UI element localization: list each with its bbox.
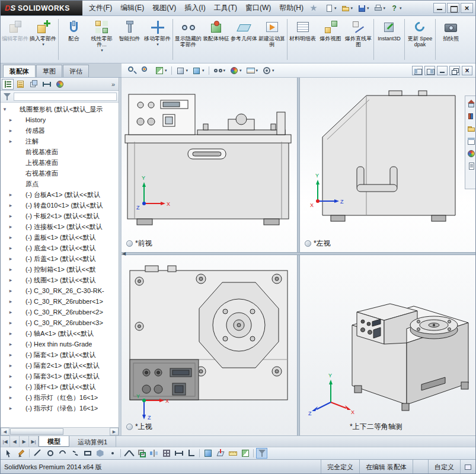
scrollbar-thumb[interactable] bbox=[10, 428, 63, 435]
expand-arrow-icon[interactable] bbox=[8, 383, 14, 390]
view-tool-button[interactable] bbox=[245, 65, 260, 77]
tree-item[interactable]: 注解 bbox=[1, 136, 119, 147]
appearances-icon[interactable] bbox=[467, 149, 476, 158]
tree-item[interactable]: (-) 连接板<1> (默认<<默认 bbox=[1, 221, 119, 232]
command-button[interactable]: 参考几何体 bbox=[230, 17, 258, 62]
menu-item[interactable]: 文件(F) bbox=[85, 1, 116, 15]
sketch-tool-button[interactable] bbox=[15, 448, 27, 459]
sketch-tool-button[interactable] bbox=[227, 448, 238, 459]
minimize-button[interactable] bbox=[433, 3, 446, 13]
tree-horizontal-scrollbar[interactable]: ◀ ▶ bbox=[1, 427, 119, 435]
quick-access-button[interactable] bbox=[340, 2, 354, 14]
expand-arrow-icon[interactable] bbox=[8, 276, 14, 284]
sketch-tool-button[interactable] bbox=[256, 448, 267, 459]
tree-item[interactable]: 线圈整形机 (默认<默认_显示 bbox=[1, 104, 119, 114]
sketch-tool-button[interactable] bbox=[215, 448, 226, 459]
tree-item[interactable]: (-) 线圈<1> (默认<<默认 bbox=[1, 275, 119, 285]
view-tool-button[interactable] bbox=[140, 65, 152, 77]
sketch-tool-button[interactable] bbox=[186, 448, 197, 459]
view-tool-button[interactable] bbox=[175, 65, 190, 77]
scroll-left-button[interactable]: ◀ bbox=[1, 428, 9, 435]
view-palette-icon[interactable] bbox=[467, 136, 476, 146]
maximize-button[interactable] bbox=[447, 3, 459, 13]
expand-arrow-icon[interactable] bbox=[8, 308, 14, 316]
tree-item[interactable]: 前视基准面 bbox=[1, 147, 119, 157]
expand-arrow-icon[interactable] bbox=[8, 319, 14, 326]
expand-arrow-icon[interactable] bbox=[8, 159, 14, 166]
tree-item[interactable]: (-) C_30_RK_26_C-30-RK- bbox=[1, 285, 119, 296]
expand-arrow-icon[interactable] bbox=[8, 138, 14, 145]
sketch-tool-button[interactable] bbox=[94, 448, 106, 459]
command-button[interactable]: 材料明细表 bbox=[289, 17, 317, 62]
front-view-quadrant[interactable]: Y X Z *前视 bbox=[122, 78, 297, 252]
sketch-tool-button[interactable] bbox=[57, 448, 68, 459]
sketch-tool-button[interactable] bbox=[202, 448, 213, 459]
tree-item[interactable]: (-) 台板A<1> (默认<<默认 bbox=[1, 189, 119, 200]
tree-item[interactable]: (-) C_30_RK_26rubber<3> bbox=[1, 317, 119, 328]
vertical-splitter[interactable] bbox=[297, 78, 300, 435]
tab-nav-first-button[interactable] bbox=[1, 436, 10, 447]
ribbon-tab[interactable]: 草图 bbox=[36, 65, 62, 77]
file-explorer-icon[interactable] bbox=[467, 124, 476, 133]
expand-arrow-icon[interactable] bbox=[8, 255, 14, 262]
tree-item[interactable]: (-) 底盒<1> (默认<<默认 bbox=[1, 243, 119, 253]
view-tool-button[interactable] bbox=[228, 65, 243, 77]
expand-arrow-icon[interactable] bbox=[8, 351, 14, 358]
status-corner-button[interactable] bbox=[460, 460, 475, 474]
isometric-view-quadrant[interactable]: Y X Z *上下二等角轴测 bbox=[300, 255, 476, 435]
command-button[interactable]: 移动零部件 bbox=[143, 17, 171, 62]
panel-tab[interactable] bbox=[28, 79, 40, 90]
view-tool-button[interactable] bbox=[126, 65, 138, 77]
ribbon-tab[interactable]: 装配体 bbox=[3, 65, 36, 77]
menu-item[interactable]: 工具(T) bbox=[210, 1, 241, 15]
tree-item[interactable]: (-) 轴A<1> (默认<<默认 bbox=[1, 328, 119, 339]
left-view-quadrant[interactable]: Y Z X *左视 bbox=[300, 78, 476, 252]
tree-item[interactable]: History bbox=[1, 114, 119, 125]
expand-arrow-icon[interactable] bbox=[8, 341, 14, 348]
pane-left-button[interactable] bbox=[412, 66, 423, 75]
design-library-icon[interactable] bbox=[467, 112, 476, 121]
view-tool-button[interactable] bbox=[154, 65, 168, 77]
tree-item[interactable]: (-) 盖板<1> (默认<<默认 bbox=[1, 232, 119, 243]
expand-arrow-icon[interactable] bbox=[8, 148, 14, 155]
expand-arrow-icon[interactable] bbox=[2, 106, 8, 113]
tree-item[interactable]: 右视基准面 bbox=[1, 168, 119, 179]
command-button[interactable]: 配合 bbox=[60, 17, 88, 62]
expand-arrow-icon[interactable] bbox=[8, 362, 14, 369]
command-button[interactable]: 更新 Speedpak bbox=[406, 17, 434, 62]
command-button[interactable]: 拍快照 bbox=[437, 17, 465, 62]
tab-nav-next-button[interactable] bbox=[20, 436, 29, 447]
tree-item[interactable]: (-) C_30_RK_26rubber<2> bbox=[1, 307, 119, 317]
command-button[interactable]: 线性零部件... bbox=[88, 17, 116, 62]
doc-close-button[interactable] bbox=[462, 66, 472, 75]
expand-arrow-icon[interactable] bbox=[8, 394, 14, 401]
expand-arrow-icon[interactable] bbox=[8, 170, 14, 177]
collapse-splitter-button[interactable] bbox=[122, 250, 128, 257]
quick-access-button[interactable] bbox=[356, 2, 370, 14]
expand-arrow-icon[interactable] bbox=[8, 298, 14, 305]
tree-item[interactable]: (-) 隔套3<1> (默认<<默认 bbox=[1, 371, 119, 381]
quick-access-button[interactable] bbox=[388, 2, 403, 14]
tree-item[interactable]: (-) 控制箱<1> (默认<<默 bbox=[1, 264, 119, 275]
tab-nav-last-button[interactable] bbox=[29, 436, 39, 447]
sketch-tool-button[interactable] bbox=[107, 448, 118, 459]
expand-arrow-icon[interactable] bbox=[8, 180, 14, 187]
tree-item[interactable]: (-) 指示灯（绿色）16<1> bbox=[1, 403, 119, 413]
tree-item[interactable]: (-) 后盖<1> (默认<<默认 bbox=[1, 253, 119, 264]
sketch-tool-button[interactable] bbox=[136, 448, 147, 459]
command-button[interactable]: 装配体特征 bbox=[202, 17, 230, 62]
expand-arrow-icon[interactable] bbox=[8, 223, 14, 230]
sketch-tool-button[interactable] bbox=[82, 448, 93, 459]
tree-item[interactable]: (-) 卡板2<1> (默认<<默认 bbox=[1, 211, 119, 221]
sketch-tool-button[interactable] bbox=[3, 448, 14, 459]
panel-tab[interactable] bbox=[15, 79, 27, 90]
expand-arrow-icon[interactable] bbox=[8, 244, 14, 252]
sketch-tool-button[interactable] bbox=[32, 448, 43, 459]
command-button[interactable]: 编辑零部件 bbox=[1, 17, 29, 62]
command-button[interactable]: Instant3D bbox=[375, 17, 403, 62]
expand-arrow-icon[interactable] bbox=[8, 202, 14, 209]
view-tool-button[interactable] bbox=[261, 65, 276, 77]
tree-item[interactable]: (-) 指示灯（红色）16<1> bbox=[1, 392, 119, 403]
sketch-tool-button[interactable] bbox=[69, 448, 81, 459]
top-view-quadrant[interactable]: X Z Y *上视 bbox=[122, 255, 297, 435]
